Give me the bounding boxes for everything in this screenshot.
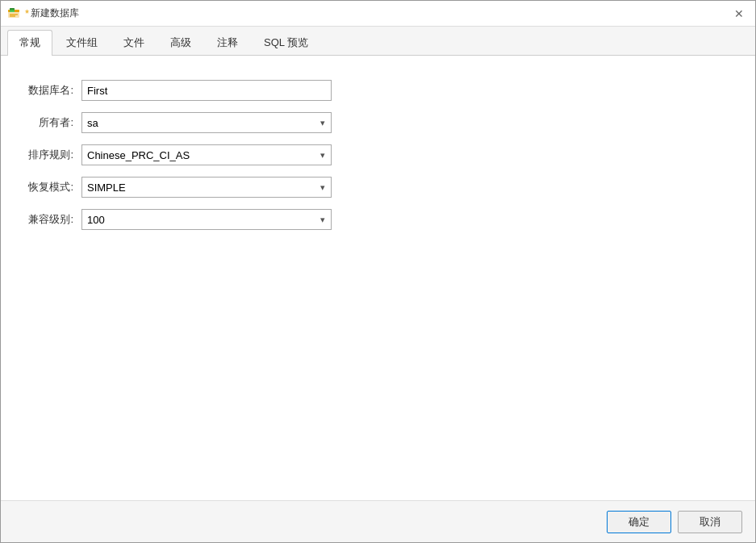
form-row-recovery: 恢复模式: SIMPLE FULL BULK_LOGGED: [17, 177, 739, 198]
tab-file[interactable]: 文件: [111, 30, 157, 55]
select-compatibility[interactable]: 100 110 120 130 140 150: [81, 209, 332, 230]
cancel-button[interactable]: 取消: [678, 511, 742, 533]
select-wrapper-owner: sa: [81, 112, 332, 133]
tab-comment[interactable]: 注释: [205, 30, 250, 55]
form-area: 数据库名: 所有者: sa 排序规则: Chinese_PRC_CI_AS: [17, 72, 739, 249]
main-window: * 新建数据库 ✕ 常规 文件组 文件 高级 注释 SQL 预览 数据库名: 所…: [0, 0, 756, 543]
label-recovery: 恢复模式:: [17, 180, 81, 194]
close-button[interactable]: ✕: [729, 4, 749, 23]
select-wrapper-collation: Chinese_PRC_CI_AS: [81, 144, 332, 165]
label-owner: 所有者:: [17, 115, 81, 130]
tab-content-general: 数据库名: 所有者: sa 排序规则: Chinese_PRC_CI_AS: [1, 56, 755, 500]
svg-rect-6: [10, 10, 15, 12]
title-text: 新建数据库: [31, 6, 729, 20]
tab-bar: 常规 文件组 文件 高级 注释 SQL 预览: [1, 27, 755, 56]
label-compatibility: 兼容级别:: [17, 212, 81, 227]
form-row-collation: 排序规则: Chinese_PRC_CI_AS: [17, 144, 739, 165]
tab-filegroup[interactable]: 文件组: [54, 30, 110, 55]
title-bar: * 新建数据库 ✕: [1, 1, 755, 27]
tab-general[interactable]: 常规: [7, 30, 52, 56]
input-dbname[interactable]: [81, 80, 332, 101]
tab-advanced[interactable]: 高级: [158, 30, 203, 55]
title-asterisk: *: [25, 7, 29, 19]
tab-sqlpreview[interactable]: SQL 预览: [252, 30, 320, 55]
form-row-compatibility: 兼容级别: 100 110 120 130 140 150: [17, 209, 739, 230]
footer: 确定 取消: [1, 500, 755, 542]
form-row-owner: 所有者: sa: [17, 112, 739, 133]
select-wrapper-compatibility: 100 110 120 130 140 150: [81, 209, 332, 230]
confirm-button[interactable]: 确定: [607, 511, 671, 533]
select-owner[interactable]: sa: [81, 112, 332, 133]
label-collation: 排序规则:: [17, 148, 81, 162]
select-wrapper-recovery: SIMPLE FULL BULK_LOGGED: [81, 177, 332, 198]
select-recovery[interactable]: SIMPLE FULL BULK_LOGGED: [81, 177, 332, 198]
form-row-dbname: 数据库名:: [17, 80, 739, 101]
label-dbname: 数据库名:: [17, 83, 81, 98]
app-icon: [7, 7, 20, 20]
select-collation[interactable]: Chinese_PRC_CI_AS: [81, 144, 332, 165]
